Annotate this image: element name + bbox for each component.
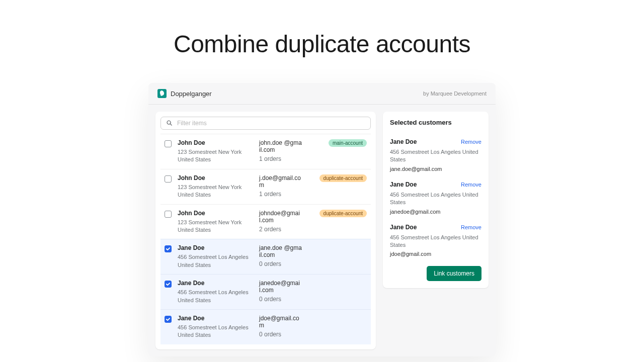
- customer-address: 456 Somestreet Los Angeles United States: [178, 289, 253, 304]
- app-byline: by Marquee Development: [423, 90, 487, 97]
- app-frame: Doppelganger by Marquee Development John…: [148, 83, 496, 356]
- selected-customer-email: jane.doe@gmail.com: [390, 166, 481, 172]
- customer-orders: 0 orders: [259, 331, 302, 338]
- customer-info: Jane Doe456 Somestreet Los Angeles Unite…: [178, 315, 253, 339]
- account-badge: duplicate-account: [319, 210, 367, 217]
- logo-icon: [157, 89, 167, 98]
- customer-checkbox[interactable]: [165, 281, 172, 288]
- customer-orders: 2 orders: [259, 226, 302, 233]
- remove-link[interactable]: Remove: [461, 224, 481, 230]
- selected-customer-address: 456 Somestreet Los Angeles United States: [390, 191, 481, 207]
- customer-checkbox[interactable]: [165, 175, 172, 183]
- remove-link[interactable]: Remove: [461, 139, 481, 145]
- remove-link[interactable]: Remove: [461, 182, 481, 188]
- selected-customer: Jane DoeRemove456 Somestreet Los Angeles…: [390, 138, 481, 172]
- customer-checkbox[interactable]: [165, 211, 172, 218]
- customer-address: 123 Somestreet New York United States: [178, 148, 253, 164]
- account-badge: duplicate-account: [319, 174, 367, 182]
- app-name: Doppelganger: [171, 90, 212, 98]
- selected-customer-header: Jane DoeRemove: [390, 181, 481, 188]
- customer-badge-col: duplicate-account: [319, 210, 367, 217]
- link-customers-button[interactable]: Link customers: [427, 266, 481, 281]
- selected-customer: Jane DoeRemove456 Somestreet Los Angeles…: [390, 181, 481, 215]
- customer-email: jane.doe @gmail.com: [259, 244, 302, 258]
- customer-name: Jane Doe: [178, 244, 253, 251]
- selected-customer-address: 456 Somestreet Los Angeles United States: [390, 148, 481, 164]
- customer-info: Jane Doe456 Somestreet Los Angeles Unite…: [178, 244, 253, 269]
- customer-row[interactable]: Jane Doe456 Somestreet Los Angeles Unite…: [160, 309, 371, 344]
- app-logo: Doppelganger: [157, 89, 212, 98]
- customer-row[interactable]: John Doe123 Somestreet New York United S…: [160, 169, 371, 204]
- customer-info: Jane Doe456 Somestreet Los Angeles Unite…: [178, 280, 253, 304]
- customer-email: john.doe @gmail.com: [259, 139, 302, 153]
- account-badge: main-account: [329, 139, 367, 147]
- customer-list-panel: John Doe123 Somestreet New York United S…: [155, 112, 376, 349]
- customer-orders: 0 orders: [259, 260, 302, 267]
- customer-info: John Doe123 Somestreet New York United S…: [178, 210, 253, 234]
- customer-badge-col: main-account: [329, 139, 367, 147]
- selected-customer-email: jdoe@gmail.com: [390, 251, 481, 257]
- selected-customer-header: Jane DoeRemove: [390, 138, 481, 145]
- customer-email-col: jdoe@gmail.com0 orders: [259, 315, 302, 338]
- selected-customer-email: janedoe@gmail.com: [390, 209, 481, 215]
- selected-customer-address: 456 Somestreet Los Angeles United States: [390, 234, 481, 249]
- customer-address: 123 Somestreet New York United States: [178, 184, 253, 199]
- customer-checkbox[interactable]: [165, 316, 172, 323]
- selected-customer-name: Jane Doe: [390, 224, 417, 231]
- customer-address: 123 Somestreet New York United States: [178, 219, 253, 234]
- customer-email-col: john.doe @gmail.com1 orders: [259, 139, 302, 162]
- customer-orders: 0 orders: [259, 296, 302, 303]
- customer-name: John Doe: [178, 174, 253, 182]
- customer-email: johndoe@gmail.com: [259, 210, 302, 224]
- selected-customers-title: Selected customers: [390, 119, 481, 126]
- customer-row[interactable]: Jane Doe456 Somestreet Los Angeles Unite…: [160, 274, 371, 309]
- selected-customer-name: Jane Doe: [390, 181, 417, 188]
- customer-row[interactable]: John Doe123 Somestreet New York United S…: [160, 134, 371, 169]
- customer-name: Jane Doe: [178, 315, 253, 322]
- customer-email-col: j.doe@gmail.com1 orders: [259, 174, 302, 198]
- customer-email-col: janedoe@gmail.com0 orders: [259, 280, 302, 303]
- customer-badge-col: duplicate-account: [319, 174, 367, 182]
- customer-address: 456 Somestreet Los Angeles United States: [178, 324, 253, 339]
- search-input[interactable]: [177, 120, 365, 127]
- selected-customer-name: Jane Doe: [390, 138, 417, 145]
- customer-orders: 1 orders: [259, 155, 302, 162]
- search-box[interactable]: [160, 117, 371, 130]
- customer-address: 456 Somestreet Los Angeles United States: [178, 253, 253, 269]
- customer-name: Jane Doe: [178, 280, 253, 287]
- customer-email: j.doe@gmail.com: [259, 174, 302, 189]
- app-body: John Doe123 Somestreet New York United S…: [148, 105, 496, 356]
- app-header: Doppelganger by Marquee Development: [148, 83, 496, 105]
- customer-checkbox[interactable]: [165, 245, 172, 252]
- selected-customers-panel: Selected customers Jane DoeRemove456 Som…: [383, 112, 489, 288]
- customer-info: John Doe123 Somestreet New York United S…: [178, 174, 253, 199]
- customer-email: jdoe@gmail.com: [259, 315, 302, 329]
- customer-row[interactable]: John Doe123 Somestreet New York United S…: [160, 204, 371, 239]
- customer-email-col: jane.doe @gmail.com0 orders: [259, 244, 302, 267]
- customer-email-col: johndoe@gmail.com2 orders: [259, 210, 302, 233]
- selected-customer: Jane DoeRemove456 Somestreet Los Angeles…: [390, 224, 481, 257]
- customer-email: janedoe@gmail.com: [259, 280, 302, 294]
- customer-list: John Doe123 Somestreet New York United S…: [160, 134, 371, 344]
- customer-name: John Doe: [178, 139, 253, 146]
- page-title: Combine duplicate accounts: [0, 30, 644, 58]
- selected-customer-header: Jane DoeRemove: [390, 224, 481, 231]
- customer-info: John Doe123 Somestreet New York United S…: [178, 139, 253, 164]
- customer-name: John Doe: [178, 210, 253, 217]
- customer-checkbox[interactable]: [165, 140, 172, 147]
- customer-row[interactable]: Jane Doe456 Somestreet Los Angeles Unite…: [160, 239, 371, 274]
- search-icon: [166, 120, 173, 127]
- selected-customers-list: Jane DoeRemove456 Somestreet Los Angeles…: [390, 138, 481, 257]
- customer-orders: 1 orders: [259, 191, 302, 198]
